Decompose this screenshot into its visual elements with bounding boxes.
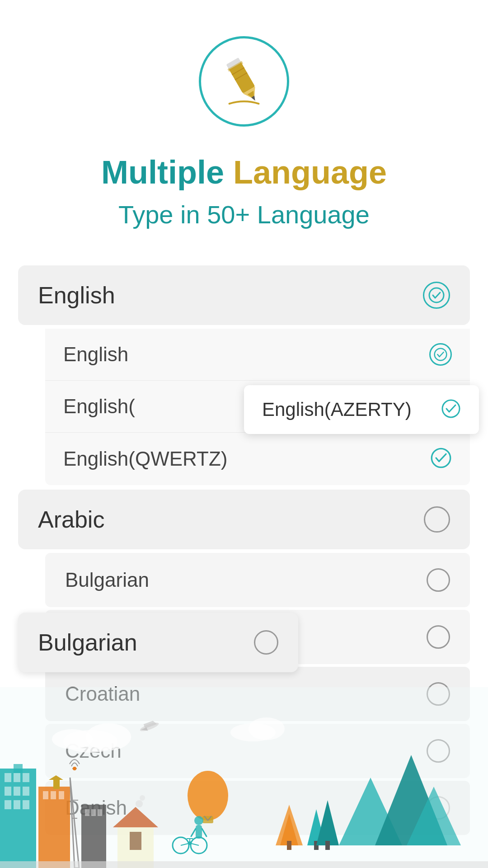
bulgarian-overlay[interactable]: Bulgarian [18,613,298,672]
english-azerty-partial-label: English( [63,395,135,418]
svg-rect-50 [53,780,60,789]
english-group-label: English [38,282,115,309]
english-qwertz-check [430,447,452,471]
svg-rect-47 [43,791,48,799]
arabic-group-label: Arabic [38,506,104,533]
svg-point-34 [249,717,285,740]
svg-rect-59 [91,809,96,816]
azerty-popup[interactable]: English(AZERTY) [244,385,479,434]
english-group-row[interactable]: English [18,265,470,325]
svg-point-31 [86,723,131,750]
svg-rect-60 [98,809,102,816]
svg-rect-38 [23,773,29,782]
english-item-check [429,343,452,366]
english-item-label: English [63,343,128,366]
svg-point-8 [429,288,444,302]
city-illustration [0,687,488,868]
svg-rect-48 [51,791,56,799]
svg-rect-41 [23,787,29,796]
logo-circle [199,36,289,127]
svg-rect-35 [0,769,36,868]
svg-rect-44 [23,800,29,809]
bulgarian-overlay-check [254,630,278,655]
english-check-icon [423,282,450,309]
svg-rect-45 [14,764,23,773]
svg-rect-18 [287,841,291,850]
svg-rect-42 [5,800,11,809]
svg-point-65 [140,795,145,801]
english-sub-items: English English( English(AZERTY) English… [45,329,470,485]
svg-point-11 [432,448,450,467]
english-item[interactable]: English [45,329,470,381]
arabic-check-icon [424,506,450,533]
bulgarian-overlay-section: Bulgarian [18,610,470,664]
svg-rect-24 [202,816,213,823]
svg-point-32 [52,729,93,749]
svg-point-73 [194,816,203,825]
svg-rect-36 [5,773,11,782]
bulgarian-label: Bulgarian [65,569,149,591]
title-row: Multiple Language [101,154,387,191]
svg-point-64 [136,800,143,807]
pencil-icon [215,52,273,111]
bulgarian-item[interactable]: Bulgarian [45,553,470,607]
english-azerty-row[interactable]: English( English(AZERTY) [45,381,470,433]
svg-point-23 [188,771,228,821]
english-qwertz-label: English(QWERTZ) [63,448,227,470]
bulgarian-overlay-label: Bulgarian [38,629,137,656]
svg-rect-58 [85,809,89,816]
svg-point-9 [435,349,447,361]
svg-rect-63 [130,832,141,850]
svg-rect-49 [59,791,64,799]
svg-rect-74 [196,825,202,839]
subtitle: Type in 50+ Language [118,200,370,229]
svg-point-56 [73,767,76,770]
svg-rect-43 [14,800,20,809]
title-language: Language [233,154,387,191]
title-multiple: Multiple [101,154,224,191]
svg-rect-22 [325,841,330,850]
azerty-popup-label: English(AZERTY) [262,399,412,420]
svg-rect-77 [0,861,488,868]
svg-point-10 [442,400,460,417]
azerty-check-icon [441,399,461,420]
bulgarian-check [427,568,450,592]
svg-rect-39 [5,787,11,796]
svg-rect-37 [14,773,20,782]
header-section: Multiple Language Type in 50+ Language [0,0,488,256]
city-svg [0,687,488,868]
english-qwertz-item[interactable]: English(QWERTZ) [45,433,470,485]
arabic-group-row[interactable]: Arabic [18,490,470,549]
svg-rect-40 [14,787,20,796]
bulgarian-bg-check [427,625,450,649]
